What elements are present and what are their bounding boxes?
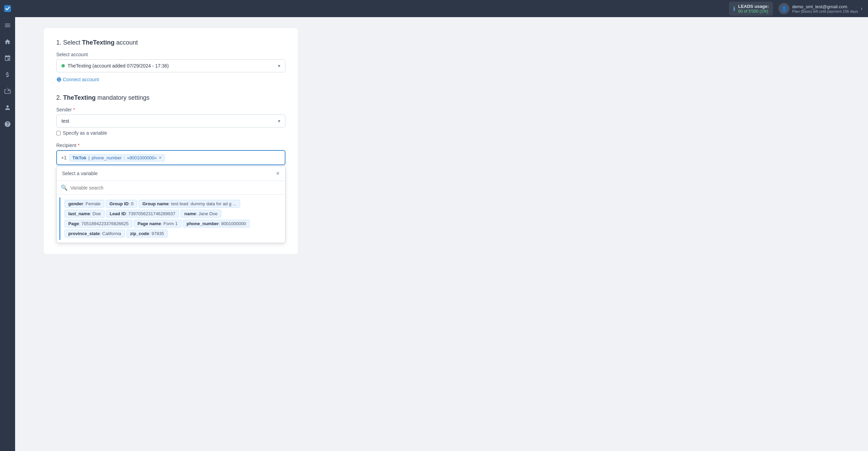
sidebar-logo[interactable]: [0, 0, 15, 17]
variable-list-item[interactable]: Page name: Form 1: [134, 220, 181, 228]
variable-list-item[interactable]: gender: Female: [64, 200, 104, 208]
account-select[interactable]: TheTexting (account added 07/29/2024 - 1…: [56, 59, 285, 72]
variable-list-item[interactable]: Page: 7051894223376826625: [64, 220, 132, 228]
info-icon: ℹ: [733, 5, 735, 12]
sidebar-item-help[interactable]: [0, 117, 15, 132]
leads-usage-value: 60 of 5'000 (1%): [738, 9, 769, 14]
variable-dropdown-title: Select a variable: [62, 171, 98, 176]
variable-search-box: 🔍: [57, 181, 285, 195]
leads-usage-badge: ℹ LEADS usage: 60 of 5'000 (1%): [729, 2, 773, 16]
topbar: ℹ LEADS usage: 60 of 5'000 (1%) 👤 demo_s…: [15, 0, 868, 17]
variable-dropdown-header: Select a variable ×: [57, 166, 285, 181]
connect-account-link[interactable]: ⊕ Connect account: [56, 76, 285, 83]
recipient-tag: TikTok | phone_number : «8001000000» ×: [69, 154, 165, 161]
section-1: 1. Select TheTexting account Select acco…: [56, 39, 285, 83]
sidebar-item-billing[interactable]: [0, 67, 15, 82]
topbar-right: ℹ LEADS usage: 60 of 5'000 (1%) 👤 demo_s…: [729, 2, 863, 16]
sender-label: Sender *: [56, 107, 285, 112]
search-icon: 🔍: [61, 184, 68, 191]
sidebar-item-flows[interactable]: [0, 51, 15, 66]
plus-icon: ⊕: [56, 76, 61, 83]
main-content: 1. Select TheTexting account Select acco…: [30, 17, 868, 451]
specify-variable-label: Specify as a variable: [63, 130, 107, 136]
user-info[interactable]: 👤 demo_sml_test@gmail.com Plan |Basic| l…: [778, 3, 863, 14]
tag-remove-button[interactable]: ×: [159, 155, 162, 160]
leads-usage-label: LEADS usage:: [738, 4, 769, 9]
account-select-value: TheTexting (account added 07/29/2024 - 1…: [61, 63, 169, 69]
variable-list-item[interactable]: zip_code: 97835: [126, 230, 168, 237]
sidebar-item-profile[interactable]: [0, 100, 15, 115]
section-2-title: 2. TheTexting mandatory settings: [56, 94, 285, 101]
variable-list-item[interactable]: Lead ID: 7397056231746289937: [106, 210, 179, 218]
variable-list-item[interactable]: Group name: test lead: dummy data for ad…: [139, 200, 240, 208]
select-account-label: Select account: [56, 52, 285, 57]
variable-list-item[interactable]: Group ID: 0: [106, 200, 137, 208]
variable-list-item[interactable]: phone_number: 8001000000: [183, 220, 250, 228]
recipient-required: *: [78, 143, 79, 148]
variable-list-item[interactable]: last_name: Doe: [64, 210, 105, 218]
sidebar-item-home[interactable]: [0, 34, 15, 49]
variable-list-item[interactable]: province_state: California: [64, 230, 125, 237]
variable-dropdown: Select a variable × 🔍 gender: FemaleGrou…: [56, 166, 285, 243]
variable-list: gender: FemaleGroup ID: 0Group name: tes…: [57, 195, 285, 243]
variable-search-input[interactable]: [70, 185, 281, 191]
specify-variable-checkbox[interactable]: [56, 131, 61, 135]
settings-card: 1. Select TheTexting account Select acco…: [44, 28, 298, 254]
sidebar-item-integrations[interactable]: [0, 84, 15, 99]
chevron-right-icon: ›: [861, 5, 863, 12]
chevron-down-icon: ▾: [278, 63, 280, 69]
recipient-label: Recipient *: [56, 143, 285, 148]
section-2: 2. TheTexting mandatory settings Sender …: [56, 94, 285, 243]
avatar: 👤: [778, 3, 789, 14]
section-1-title: 1. Select TheTexting account: [56, 39, 285, 46]
variable-list-inner: gender: FemaleGroup ID: 0Group name: tes…: [59, 197, 282, 240]
sender-select[interactable]: test ▾: [56, 114, 285, 127]
green-dot-icon: [61, 64, 65, 68]
specify-variable-row: Specify as a variable: [56, 130, 285, 136]
sidebar-item-menu[interactable]: [0, 18, 15, 33]
user-details: demo_sml_test@gmail.com Plan |Basic| lef…: [792, 4, 858, 13]
phone-prefix: +1: [61, 155, 67, 160]
variable-dropdown-close[interactable]: ×: [276, 170, 280, 176]
sender-required: *: [73, 107, 75, 112]
sidebar: [0, 0, 15, 451]
user-email: demo_sml_test@gmail.com: [792, 4, 858, 9]
recipient-input[interactable]: +1 TikTok | phone_number : «8001000000» …: [56, 150, 285, 165]
chevron-down-icon: ▾: [278, 118, 280, 124]
variable-list-item[interactable]: name: Jane Doe: [180, 210, 221, 218]
user-plan: Plan |Basic| left until payment 156 days: [792, 9, 858, 13]
